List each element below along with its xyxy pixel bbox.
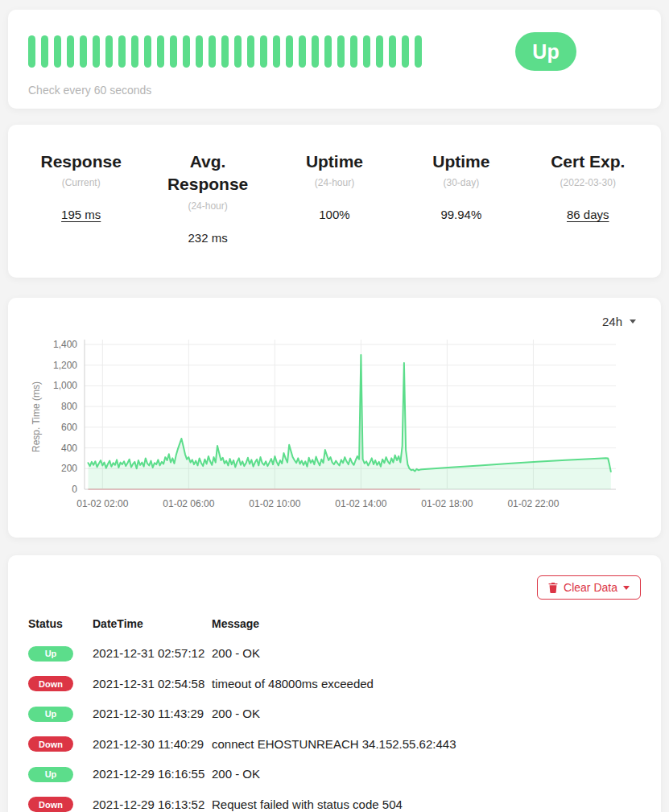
event-message: timeout of 48000ms exceeded [212, 669, 641, 699]
events-table: Status DateTime Message Up 2021-12-31 02… [28, 611, 641, 812]
event-datetime: 2021-12-30 11:43:29 [93, 699, 212, 729]
event-message: 200 - OK [212, 759, 641, 789]
event-datetime: 2021-12-29 16:13:52 [93, 789, 212, 812]
heartbeat-beat[interactable] [93, 35, 100, 68]
table-header-row: Status DateTime Message [28, 611, 641, 638]
monitor-status-card: Up Check every 60 seconds [8, 10, 661, 109]
svg-text:0: 0 [72, 484, 77, 495]
svg-text:800: 800 [61, 401, 77, 412]
heartbeat-beat[interactable] [402, 35, 409, 68]
heartbeat-beat[interactable] [247, 35, 254, 68]
heartbeat-beat[interactable] [196, 35, 203, 68]
column-header-datetime: DateTime [93, 611, 212, 638]
events-table-body: Up 2021-12-31 02:57:12 200 - OK Down 202… [28, 638, 641, 812]
event-datetime: 2021-12-31 02:57:12 [93, 638, 212, 669]
heartbeat-beat[interactable] [144, 35, 151, 68]
heartbeat-beat[interactable] [273, 35, 280, 68]
svg-text:200: 200 [61, 463, 77, 474]
stat-title: Uptime [404, 150, 518, 173]
heartbeat-beat[interactable] [363, 35, 370, 68]
svg-text:01-02 18:00: 01-02 18:00 [421, 498, 473, 509]
stat-subtitle: (2022-03-30) [531, 177, 645, 188]
trash-icon [548, 583, 558, 593]
chevron-down-icon [630, 319, 636, 324]
stat-value[interactable]: 195 ms [24, 208, 138, 221]
svg-text:01-02 14:00: 01-02 14:00 [335, 498, 386, 509]
stat-column: Avg. Response (24-hour) 232 ms [144, 150, 270, 278]
heartbeat-beat[interactable] [234, 35, 242, 68]
heartbeat-beat[interactable] [350, 35, 357, 68]
heartbeat-beat[interactable] [260, 35, 267, 68]
stat-subtitle: (24-hour) [151, 200, 264, 212]
stat-column: Cert Exp. (2022-03-30) 86 days [525, 150, 651, 278]
check-interval-text: Check every 60 seconds [28, 84, 641, 97]
event-datetime: 2021-12-29 16:16:55 [93, 759, 212, 789]
svg-text:01-02 10:00: 01-02 10:00 [249, 498, 300, 509]
stat-subtitle: (Current) [24, 177, 138, 188]
response-chart[interactable]: 02004006008001,0001,2001,40001-02 02:000… [28, 335, 641, 524]
stat-value[interactable]: 86 days [531, 208, 645, 221]
heartbeat-beat[interactable] [299, 35, 306, 68]
status-badge: Down [28, 797, 73, 812]
svg-text:1,200: 1,200 [53, 360, 77, 371]
table-row[interactable]: Down 2021-12-29 16:13:52 Request failed … [28, 789, 641, 812]
table-row[interactable]: Up 2021-12-29 16:16:55 200 - OK [28, 759, 641, 789]
svg-text:600: 600 [61, 422, 77, 433]
table-row[interactable]: Up 2021-12-31 02:57:12 200 - OK [28, 638, 641, 669]
event-datetime: 2021-12-31 02:54:58 [93, 669, 212, 699]
heartbeat-beat[interactable] [67, 35, 74, 68]
heartbeat-beat[interactable] [389, 35, 396, 68]
heartbeat-beat[interactable] [209, 35, 216, 68]
period-select-value: 24h [602, 315, 622, 328]
table-row[interactable]: Down 2021-12-31 02:54:58 timeout of 4800… [28, 669, 641, 699]
stat-value: 99.94% [404, 208, 518, 221]
heartbeat-beat[interactable] [337, 35, 345, 68]
stat-title: Avg. Response [151, 150, 264, 196]
svg-text:Resp. Time (ms): Resp. Time (ms) [31, 381, 42, 452]
status-badge: Up [28, 707, 73, 722]
table-toolbar: Clear Data [28, 575, 641, 600]
heartbeat-beat[interactable] [105, 35, 113, 68]
heartbeat-beat[interactable] [183, 35, 190, 68]
column-header-status: Status [28, 611, 93, 638]
svg-text:400: 400 [61, 443, 77, 454]
heartbeat-beat[interactable] [80, 35, 87, 68]
heartbeat-beat[interactable] [415, 35, 422, 68]
table-row[interactable]: Down 2021-12-30 11:40:29 connect EHOSTUN… [28, 729, 641, 760]
stat-title: Uptime [278, 150, 391, 173]
status-badge: Up [515, 32, 576, 71]
period-select[interactable]: 24h [597, 313, 641, 330]
heartbeat-beat[interactable] [157, 35, 164, 68]
heartbeat-beat[interactable] [41, 35, 48, 68]
event-message: 200 - OK [212, 638, 641, 669]
heartbeat-beat[interactable] [376, 35, 383, 68]
status-badge: Up [28, 646, 73, 662]
clear-data-button[interactable]: Clear Data [537, 575, 641, 600]
svg-text:01-02 22:00: 01-02 22:00 [507, 498, 559, 509]
heartbeat-beat[interactable] [28, 35, 35, 68]
heartbeat-beat[interactable] [221, 35, 229, 68]
stat-subtitle: (30-day) [404, 177, 518, 188]
stat-column: Uptime (24-hour) 100% [271, 150, 398, 278]
heartbeat-beat[interactable] [312, 35, 319, 68]
events-card: Clear Data Status DateTime Message Up 20… [8, 555, 661, 812]
stat-subtitle: (24-hour) [278, 177, 391, 188]
event-message: connect EHOSTUNREACH 34.152.55.62:443 [212, 729, 641, 760]
stat-value: 232 ms [151, 231, 264, 245]
stat-title: Cert Exp. [531, 150, 645, 173]
stats-card: Response (Current) 195 ms Avg. Response … [8, 125, 661, 278]
table-row[interactable]: Up 2021-12-30 11:43:29 200 - OK [28, 699, 641, 729]
stat-column: Response (Current) 195 ms [18, 150, 144, 278]
event-datetime: 2021-12-30 11:40:29 [93, 729, 212, 760]
chevron-down-icon [623, 586, 630, 590]
heartbeat-beat[interactable] [54, 35, 61, 68]
heartbeat-beat[interactable] [118, 35, 126, 68]
heartbeat-beat[interactable] [324, 35, 332, 68]
svg-text:1,400: 1,400 [53, 339, 77, 350]
svg-text:01-02 02:00: 01-02 02:00 [76, 498, 128, 509]
heartbeat-beat[interactable] [286, 35, 293, 68]
event-message: Request failed with status code 504 [212, 789, 641, 812]
heartbeat-beat[interactable] [131, 35, 138, 68]
clear-data-label: Clear Data [564, 581, 617, 594]
heartbeat-beat[interactable] [170, 35, 177, 68]
